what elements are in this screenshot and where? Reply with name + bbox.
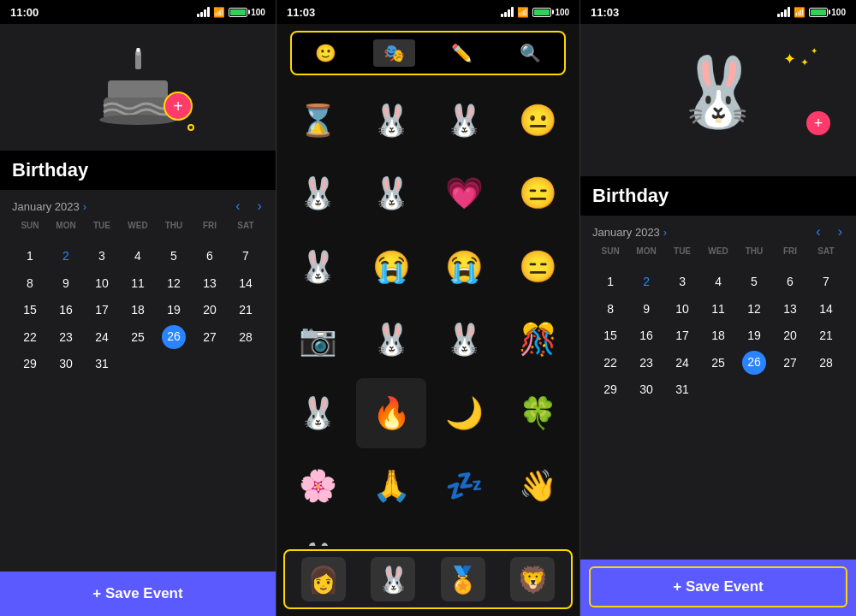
cal-day-left[interactable] <box>156 234 192 242</box>
cal-day-right[interactable]: 25 <box>700 351 736 376</box>
cal-day-left[interactable] <box>120 234 156 242</box>
calendar-prev-left[interactable]: ‹ <box>234 198 241 214</box>
cal-day-left[interactable]: 9 <box>48 271 84 297</box>
cal-day-right[interactable]: 17 <box>664 323 700 349</box>
cal-day-left[interactable]: 20 <box>192 298 228 323</box>
sticker-item[interactable]: 😭 <box>430 232 500 302</box>
calendar-next-left[interactable]: › <box>256 198 264 214</box>
sticker-item[interactable]: 🌙 <box>430 378 500 448</box>
save-event-button-right[interactable]: + Save Event <box>589 566 847 607</box>
cal-day-left[interactable]: 4 <box>120 244 156 270</box>
cal-day-right[interactable]: 16 <box>628 323 664 349</box>
sticker-item[interactable]: 👋 <box>503 452 574 522</box>
cal-day-right[interactable]: 28 <box>808 351 844 376</box>
sticker-item[interactable]: 🔥 <box>356 378 426 448</box>
cal-day-left[interactable]: 23 <box>48 325 84 351</box>
cal-day-left[interactable] <box>84 234 120 242</box>
cal-day-right[interactable]: 19 <box>736 323 772 349</box>
cal-day-left[interactable]: 6 <box>192 244 228 270</box>
sticker-item[interactable]: 🐰 <box>356 305 426 376</box>
cal-day-right[interactable]: 11 <box>700 297 736 323</box>
cal-day-right[interactable]: 2 <box>628 270 664 295</box>
cal-day-right[interactable]: 4 <box>700 270 736 295</box>
cal-day-right[interactable]: 8 <box>592 297 628 323</box>
sticker-item[interactable]: 🐰 <box>430 305 500 376</box>
sticker-item[interactable]: 🐰 <box>283 378 354 448</box>
cal-day-left[interactable]: 13 <box>192 271 228 297</box>
sticker-item[interactable]: 🎊 <box>503 305 574 376</box>
sticker-item[interactable]: 💗 <box>430 159 500 229</box>
cal-day-left[interactable]: 2 <box>48 244 84 270</box>
sticker-item[interactable]: 🐰 <box>283 524 354 546</box>
sticker-item[interactable] <box>430 524 500 546</box>
cal-day-right[interactable]: 30 <box>628 377 664 403</box>
cal-day-right[interactable]: 3 <box>664 270 700 295</box>
cal-day-left[interactable] <box>228 234 264 242</box>
cal-day-left[interactable]: 22 <box>12 325 48 351</box>
cal-day-right[interactable]: 1 <box>592 270 628 295</box>
cal-day-right[interactable]: 9 <box>628 297 664 323</box>
cal-day-left[interactable]: 1 <box>12 244 48 270</box>
cal-day-left[interactable]: 7 <box>228 244 264 270</box>
sticker-pack-4[interactable]: 🦁 <box>510 557 555 601</box>
sticker-pack-3[interactable]: 🏅 <box>441 557 485 601</box>
cal-day-left[interactable]: 25 <box>120 325 156 351</box>
cal-day-right[interactable]: 14 <box>808 297 844 323</box>
cal-day-right[interactable]: 27 <box>772 351 808 376</box>
sticker-item[interactable]: 😑 <box>503 232 574 302</box>
cal-day-left[interactable]: 19 <box>156 298 192 323</box>
emoji-icon[interactable]: 🙂 <box>305 39 347 67</box>
cal-day-left[interactable]: 11 <box>120 271 156 297</box>
save-event-button-left[interactable]: + Save Event <box>0 572 276 616</box>
cal-day-left[interactable]: 16 <box>48 298 84 323</box>
cal-day-left[interactable]: 3 <box>84 244 120 270</box>
sticker-item[interactable] <box>503 524 574 546</box>
sticker-item[interactable]: 💤 <box>430 452 500 522</box>
cal-day-right[interactable]: 24 <box>664 351 700 376</box>
cal-day-right[interactable]: 13 <box>772 297 808 323</box>
sticker-item[interactable]: 😐 <box>503 86 574 156</box>
cal-day-left[interactable]: 28 <box>228 325 264 351</box>
cal-day-26-left[interactable]: 26 <box>162 325 186 349</box>
cal-day-right[interactable]: 5 <box>736 270 772 295</box>
calendar-prev-right[interactable]: ‹ <box>814 224 822 240</box>
sticker-item[interactable]: 😑 <box>503 159 574 229</box>
calendar-next-right[interactable]: › <box>836 224 844 240</box>
cal-day-left[interactable]: 27 <box>192 325 228 351</box>
theater-icon[interactable]: 🎭 <box>373 39 415 67</box>
sticker-pack-1[interactable]: 👩 <box>301 557 346 601</box>
cal-day-left[interactable]: 5 <box>156 244 192 270</box>
cal-day-right[interactable]: 23 <box>628 351 664 376</box>
cal-day-left[interactable]: 12 <box>156 271 192 297</box>
cal-day-left[interactable]: 18 <box>120 298 156 323</box>
cal-day-right[interactable]: 18 <box>700 323 736 349</box>
cal-day-right[interactable]: 15 <box>592 323 628 349</box>
sticker-pack-2[interactable]: 🐰 <box>371 557 415 601</box>
sticker-item[interactable]: 🍀 <box>503 378 574 448</box>
sticker-item[interactable]: 🐰 <box>356 159 426 229</box>
cal-day-right[interactable]: 22 <box>592 351 628 376</box>
add-sticker-button-right[interactable]: + <box>806 111 830 135</box>
cal-day-right[interactable]: 12 <box>736 297 772 323</box>
cal-day-left[interactable] <box>12 234 48 242</box>
cal-day-left[interactable] <box>192 234 228 242</box>
sticker-item[interactable]: 🐰 <box>430 86 500 156</box>
sticker-item[interactable]: 🐰 <box>283 159 354 229</box>
cal-day-left[interactable]: 31 <box>84 352 120 377</box>
cal-day-left[interactable] <box>48 234 84 242</box>
cal-day-left[interactable]: 30 <box>48 352 84 377</box>
sticker-item[interactable]: 😭 <box>356 232 426 302</box>
cal-day-26-right[interactable]: 26 <box>742 351 766 375</box>
cal-day-left[interactable]: 29 <box>12 352 48 377</box>
cal-day-right[interactable]: 31 <box>664 377 700 403</box>
add-sticker-button-left[interactable]: + <box>163 92 193 121</box>
sticker-item[interactable] <box>356 524 426 546</box>
cal-day-left[interactable]: 14 <box>228 271 264 297</box>
cal-day-left[interactable]: 10 <box>84 271 120 297</box>
cal-day-left[interactable]: 24 <box>84 325 120 351</box>
sticker-item[interactable]: ⌛ <box>283 86 354 156</box>
sticker-item[interactable]: 🌸 <box>283 452 354 522</box>
cal-day-left[interactable]: 17 <box>84 298 120 323</box>
cal-day-right[interactable]: 6 <box>772 270 808 295</box>
scribble-icon[interactable]: ✏️ <box>441 39 483 67</box>
